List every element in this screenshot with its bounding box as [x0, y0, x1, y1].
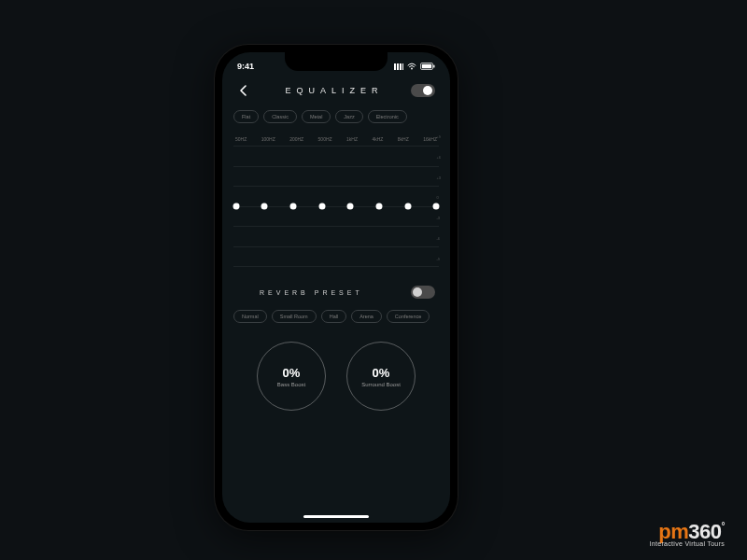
eq-slider[interactable]	[321, 146, 322, 267]
home-indicator[interactable]	[303, 515, 369, 518]
eq-slider-handle[interactable]	[347, 203, 354, 210]
eq-slider[interactable]	[350, 146, 351, 267]
brand-watermark: pm360° Interactive Virtual Tours	[650, 522, 725, 547]
phone-frame: 9:41 EQUALIZER Flat Classic Metal Jaz	[215, 45, 458, 530]
eq-slider-handle[interactable]	[376, 203, 383, 210]
eq-freq-label: 500HZ	[318, 136, 332, 142]
eq-slider-handle[interactable]	[404, 203, 411, 210]
back-button[interactable]	[237, 84, 250, 97]
reverb-preset-chip[interactable]: Normal	[233, 310, 267, 323]
eq-freq-label: 50HZ	[235, 136, 247, 142]
svg-point-0	[411, 67, 413, 69]
bass-boost-value: 0%	[283, 366, 301, 380]
page-title: EQUALIZER	[285, 86, 383, 95]
reverb-preset-chip[interactable]: Hall	[321, 310, 346, 323]
eq-slider[interactable]	[264, 146, 265, 267]
eq-preset-chip[interactable]: Metal	[302, 110, 331, 123]
eq-freq-labels: 50HZ 100HZ 200HZ 500HZ 1kHZ 4kHZ 8kHZ 16…	[222, 129, 450, 142]
eq-freq-label: 16kHZ	[423, 136, 437, 142]
reverb-header: REVERB PRESET	[222, 273, 450, 304]
eq-slider-handle[interactable]	[318, 203, 325, 210]
brand-logo: pm360°	[658, 522, 725, 542]
eq-preset-chip[interactable]: Flat	[233, 110, 259, 123]
eq-sliders	[233, 146, 439, 267]
reverb-preset-chip[interactable]: Arena	[351, 310, 382, 323]
surround-boost-dial[interactable]: 0% Surround Boost	[346, 342, 416, 411]
eq-slider[interactable]	[292, 146, 293, 267]
eq-slider-area	[233, 146, 439, 267]
bass-boost-label: Bass Boost	[277, 382, 305, 387]
status-time: 9:41	[237, 62, 254, 71]
equalizer-toggle[interactable]	[411, 84, 435, 97]
eq-freq-label: 4kHZ	[372, 136, 383, 142]
reverb-title: REVERB PRESET	[260, 289, 363, 296]
reverb-preset-row: Normal Small Room Hall Arena Conference	[222, 304, 450, 329]
eq-preset-chip[interactable]: Jazz	[335, 110, 362, 123]
eq-slider[interactable]	[407, 146, 408, 267]
eq-slider[interactable]	[379, 146, 380, 267]
bass-boost-dial[interactable]: 0% Bass Boost	[257, 342, 326, 411]
reverb-preset-chip[interactable]: Small Room	[272, 310, 317, 323]
eq-slider[interactable]	[235, 146, 236, 267]
eq-freq-label: 1kHZ	[346, 136, 358, 142]
degree-icon: °	[722, 521, 726, 531]
reverb-preset-chip[interactable]: Conference	[387, 310, 430, 323]
brand-tagline: Interactive Virtual Tours	[650, 540, 725, 547]
svg-rect-2	[422, 64, 431, 68]
eq-freq-label: 100HZ	[261, 136, 275, 142]
phone-screen: 9:41 EQUALIZER Flat Classic Metal Jaz	[222, 52, 450, 523]
eq-preset-row: Flat Classic Metal Jazz Electronic	[222, 105, 450, 129]
status-icons	[394, 63, 435, 70]
eq-freq-label: 200HZ	[289, 136, 303, 142]
eq-slider-handle[interactable]	[289, 203, 296, 210]
eq-slider-handle[interactable]	[233, 203, 239, 210]
eq-slider-handle[interactable]	[261, 203, 268, 210]
surround-boost-label: Surround Boost	[361, 382, 401, 387]
page-header: EQUALIZER	[222, 75, 450, 105]
eq-freq-label: 8kHZ	[398, 136, 409, 142]
signal-icon	[394, 63, 403, 70]
eq-preset-chip[interactable]: Electronic	[368, 110, 407, 123]
notch	[285, 52, 388, 71]
reverb-toggle[interactable]	[411, 286, 435, 299]
svg-rect-3	[433, 65, 434, 68]
eq-preset-chip[interactable]: Classic	[263, 110, 297, 123]
surround-boost-value: 0%	[373, 366, 390, 380]
wifi-icon	[407, 63, 416, 70]
eq-db-scale: +9 +6 +3 0 -3 -6 -9	[436, 134, 441, 261]
battery-icon	[420, 63, 435, 70]
boost-knobs-row: 0% Bass Boost 0% Surround Boost	[222, 329, 450, 420]
